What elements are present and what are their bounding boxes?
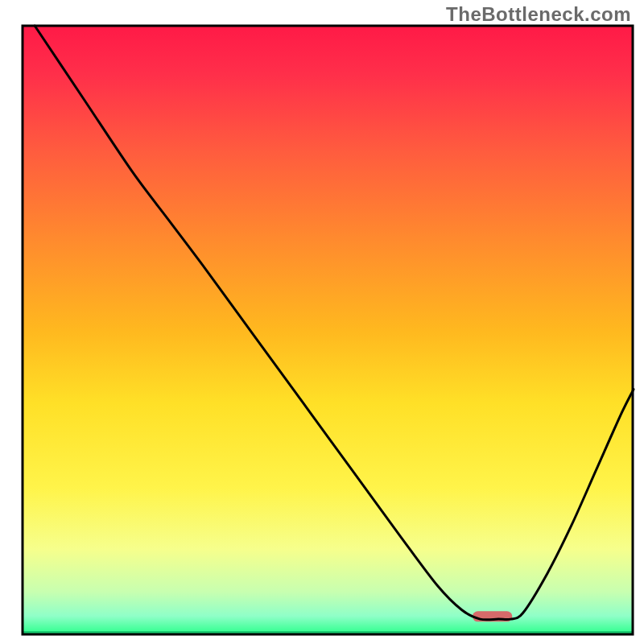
watermark-text: TheBottleneck.com (446, 3, 631, 26)
chart-stage: TheBottleneck.com (0, 0, 644, 644)
bottleneck-chart (0, 0, 644, 644)
gradient-background (23, 26, 633, 634)
